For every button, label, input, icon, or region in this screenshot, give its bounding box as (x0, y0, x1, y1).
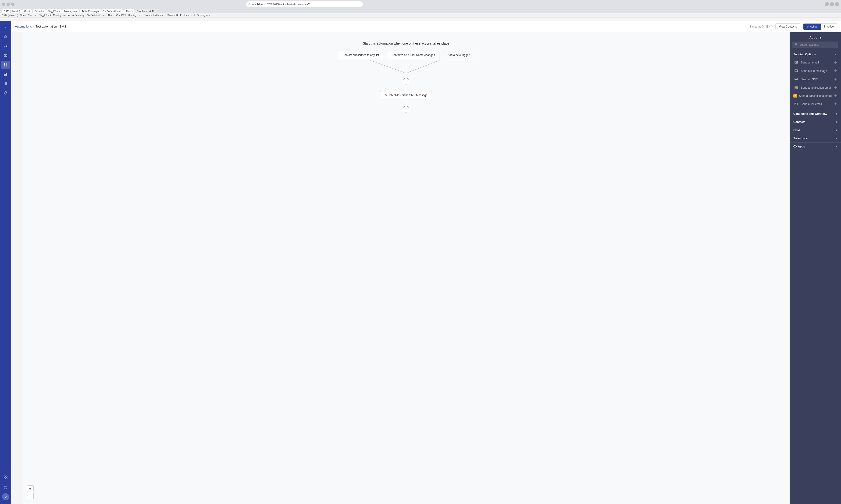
breadcrumb-parent[interactable]: Automations (15, 25, 32, 28)
sidebar-collapse-btn[interactable] (2, 23, 9, 30)
zoom-out-button[interactable]: − (27, 493, 34, 499)
add-step-button-bottom[interactable]: + (403, 106, 409, 112)
bookmark-chatgpt[interactable]: ChatGPT (116, 14, 126, 17)
sidebar-item-lists[interactable] (1, 79, 10, 88)
1to1-email-icon (793, 102, 799, 106)
sms-icon (793, 77, 799, 82)
add-transactional-email-icon: ✚ (834, 94, 837, 98)
bookmark-crm[interactable]: CRM (inMobile) (2, 14, 18, 17)
sending-options-header[interactable]: Sending Options ▲ (790, 50, 841, 58)
bookmark-unicode[interactable]: Unicode textforma... (144, 14, 165, 17)
sidebar-item-reports[interactable] (1, 70, 10, 78)
sidebar-item-profile[interactable]: U (2, 493, 9, 500)
browser-refresh[interactable] (11, 3, 15, 6)
svg-point-14 (4, 83, 4, 83)
trigger-block-1[interactable]: Contact's field First Name changes (387, 51, 440, 59)
bookmark-calender[interactable]: Calender (28, 14, 38, 17)
sidebar-item-analytics[interactable] (1, 89, 10, 97)
action-item-1to1-email[interactable]: Send a 1:1 email ✚ (790, 100, 841, 108)
sidebar-item-contacts[interactable] (1, 42, 10, 50)
tab-toggl[interactable]: Toggl Track (46, 9, 62, 13)
svg-rect-29 (795, 78, 797, 80)
svg-rect-28 (795, 70, 797, 72)
conditions-workflow-header[interactable]: Conditions and Workflow ▾ (790, 110, 841, 118)
bookmark-sms[interactable]: SMS-statistikbank (87, 14, 106, 17)
cxapps-section: CX Apps ▾ (790, 142, 841, 150)
tab-gmail[interactable]: Gmail (22, 9, 32, 13)
automation-canvas[interactable]: Start this automation when one of these … (22, 32, 790, 504)
url-bar[interactable]: inmobileaps1673834060.activehosted.com/s… (246, 1, 363, 7)
crm-section-label: CRM (793, 129, 800, 132)
bookmark-activecampaign[interactable]: ActiveCampaign (68, 14, 85, 17)
svg-rect-6 (4, 65, 5, 67)
triggers-row: Contact subscribes to any list Contact's… (338, 51, 474, 59)
tab-monday[interactable]: Monday.com (62, 9, 80, 13)
svg-rect-10 (6, 73, 7, 76)
sidebar-item-apps[interactable] (1, 473, 10, 482)
sidebar-item-search[interactable] (1, 33, 10, 41)
tab-sms[interactable]: SMS-statistikbank (101, 9, 124, 13)
conditions-workflow-chevron: ▾ (836, 112, 837, 115)
sidebar-item-campaigns[interactable] (1, 51, 10, 60)
sidebar-item-automations[interactable] (1, 61, 10, 69)
bookmark-gmail[interactable]: Gmail (20, 14, 26, 17)
action-item-transactional-email[interactable]: P Send a transactional email ✚ (790, 92, 841, 100)
contacts-section: Contacts ▾ (790, 118, 841, 126)
svg-rect-18 (4, 476, 5, 477)
salesforce-section-label: Salesforce (793, 137, 808, 140)
action-item-notification-email[interactable]: Send a notification email ✚ (790, 84, 841, 92)
bookmark-monday[interactable]: Monday.com (53, 14, 66, 17)
crm-chevron: ▾ (836, 129, 837, 132)
saved-status: Saved at 04:38 (750, 25, 773, 28)
svg-rect-4 (4, 63, 5, 65)
step-node-sms[interactable]: ⚙ inMobile - Send SMS Message (380, 91, 432, 100)
canvas-title: Start this automation when one of these … (363, 41, 449, 45)
bookmark-konkurrenter[interactable]: Konkurrenter? (180, 14, 195, 17)
svg-rect-20 (4, 478, 5, 479)
bookmark-gem[interactable]: Gem og læs (197, 14, 209, 17)
action-item-sms[interactable]: Send an SMS ✚ (790, 75, 841, 84)
svg-point-2 (5, 45, 6, 46)
actions-search-input[interactable] (792, 41, 838, 48)
crm-section-header[interactable]: CRM ▾ (790, 126, 841, 134)
bookmark-ahrefs[interactable]: Ahrefs (108, 14, 115, 17)
active-dot-indicator (807, 26, 808, 28)
browser-back[interactable] (2, 3, 5, 6)
status-buttons: Active Inactive (803, 23, 837, 30)
salesforce-section-header[interactable]: Salesforce ▾ (790, 134, 841, 142)
tab-crm[interactable]: CRM (inMobile) (2, 9, 22, 13)
status-inactive-button[interactable]: Inactive (821, 23, 837, 30)
tab-calender[interactable]: Calender (33, 9, 46, 13)
tab-dashboard[interactable]: Dashboard - inMo... (135, 9, 158, 13)
site-message-icon (793, 69, 799, 73)
view-contacts-button[interactable]: View Contacts (775, 23, 800, 30)
browser-tabs: CRM (inMobile) Gmail Calender Toggl Trac… (0, 8, 841, 13)
add-step-button-top[interactable]: + (403, 78, 409, 85)
step-label: inMobile - Send SMS Message (389, 94, 428, 97)
trigger-block-add[interactable]: Add a new trigger (443, 51, 474, 59)
svg-point-0 (4, 36, 6, 38)
svg-line-1 (6, 38, 7, 38)
sidebar-item-settings[interactable] (1, 484, 10, 492)
status-active-button[interactable]: Active (803, 23, 821, 30)
action-item-site-message[interactable]: Send a site message ✚ (790, 67, 841, 75)
bookmark-morningscore[interactable]: Morningscore (128, 14, 142, 17)
action-item-send-email[interactable]: Send an email ✚ (790, 58, 841, 67)
tab-ahrefs[interactable]: Ahrefs (124, 9, 135, 13)
cxapps-section-header[interactable]: CX Apps ▾ (790, 143, 841, 150)
svg-line-26 (406, 60, 441, 73)
zoom-in-button[interactable]: + (27, 485, 34, 492)
sending-options-label: Sending Options (793, 53, 816, 56)
bookmark-fb[interactable]: FB overblik (167, 14, 178, 17)
bookmark-toggl[interactable]: Toggl Track (39, 14, 51, 17)
add-1to1-email-icon: ✚ (834, 102, 837, 106)
postmark-badge: P (793, 94, 797, 97)
tab-ac[interactable]: ActiveCampaign (80, 9, 101, 13)
cxapps-section-label: CX Apps (793, 145, 805, 148)
add-sms-icon: ✚ (834, 77, 837, 81)
contacts-section-header[interactable]: Contacts ▾ (790, 118, 841, 126)
send-email-icon (793, 60, 799, 65)
trigger-block-0[interactable]: Contact subscribes to any list (338, 51, 383, 59)
add-notification-email-icon: ✚ (834, 86, 837, 90)
browser-forward[interactable] (6, 3, 10, 6)
